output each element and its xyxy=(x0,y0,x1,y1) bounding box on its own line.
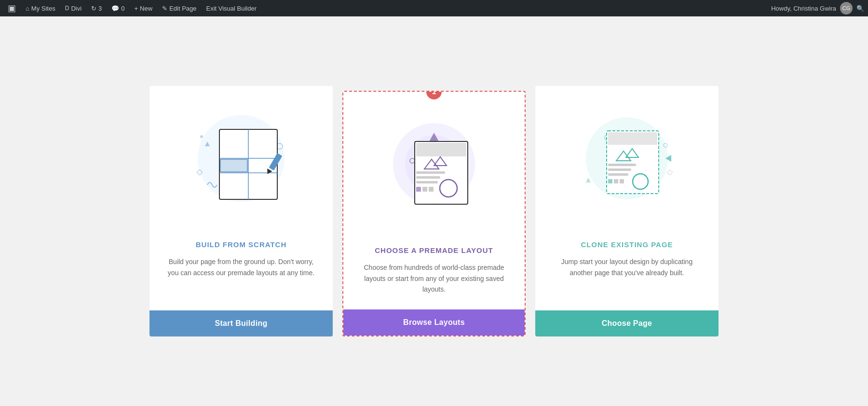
svg-rect-29 xyxy=(422,187,427,192)
new-icon: + xyxy=(135,5,138,12)
card-illustration-scratch xyxy=(149,86,333,231)
wp-logo-link[interactable]: ▣ xyxy=(4,0,20,16)
card-illustration-clone xyxy=(535,86,719,231)
exit-builder-label: Exit Visual Builder xyxy=(206,5,257,12)
topbar-left: ▣ ⌂ My Sites D Divi ↻ 3 💬 0 + New ✎ Edit… xyxy=(4,0,260,16)
updates-link[interactable]: ↻ 3 xyxy=(87,0,106,16)
svg-rect-26 xyxy=(416,181,438,183)
card-body-clone: CLONE EXISTING PAGE Jump start your layo… xyxy=(535,231,719,310)
edit-icon: ✎ xyxy=(162,5,167,12)
svg-rect-21 xyxy=(416,143,466,156)
topbar: ▣ ⌂ My Sites D Divi ↻ 3 💬 0 + New ✎ Edit… xyxy=(0,0,868,16)
svg-rect-46 xyxy=(614,179,618,183)
divi-link[interactable]: D Divi xyxy=(61,0,85,16)
svg-rect-47 xyxy=(620,179,624,183)
user-greeting: Howdy, Christina Gwira xyxy=(771,5,836,12)
updates-count: 3 xyxy=(98,5,102,12)
badge-number: 1 xyxy=(432,91,436,96)
card-desc-premade: Choose from hundreds of world-class prem… xyxy=(358,262,510,294)
divi-icon: D xyxy=(65,5,69,12)
svg-rect-34 xyxy=(667,170,672,175)
edit-page-label: Edit Page xyxy=(169,5,196,12)
new-link[interactable]: + New xyxy=(131,0,157,16)
card-illustration-premade xyxy=(343,92,525,237)
divi-label: Divi xyxy=(71,5,81,12)
start-building-button[interactable]: Start Building xyxy=(149,310,333,336)
card-clone-page: CLONE EXISTING PAGE Jump start your layo… xyxy=(535,86,719,336)
svg-rect-42 xyxy=(608,168,631,171)
card-desc-clone: Jump start your layout design by duplica… xyxy=(550,256,704,278)
svg-rect-25 xyxy=(416,176,440,179)
choose-page-button[interactable]: Choose Page xyxy=(535,310,719,336)
comments-icon: 💬 xyxy=(111,5,119,12)
cards-container: BUILD FROM SCRATCH Build your page from … xyxy=(145,86,723,336)
svg-rect-38 xyxy=(608,132,657,145)
search-icon[interactable]: 🔍 xyxy=(856,5,864,12)
card-premade-layout: 1 xyxy=(342,91,526,336)
card-title-premade: CHOOSE A PREMADE LAYOUT xyxy=(358,246,510,254)
updates-icon: ↻ xyxy=(91,5,96,12)
svg-rect-43 xyxy=(608,173,628,176)
edit-page-link[interactable]: ✎ Edit Page xyxy=(158,0,200,16)
topbar-right: Howdy, Christina Gwira CG 🔍 xyxy=(771,2,864,14)
wp-logo-icon: ▣ xyxy=(8,3,16,14)
card-build-from-scratch: BUILD FROM SCRATCH Build your page from … xyxy=(149,86,333,336)
card-title-clone: CLONE EXISTING PAGE xyxy=(550,240,704,249)
card-body-scratch: BUILD FROM SCRATCH Build your page from … xyxy=(149,231,333,310)
comments-link[interactable]: 💬 0 xyxy=(108,0,128,16)
svg-rect-24 xyxy=(416,171,445,174)
svg-rect-41 xyxy=(608,164,636,166)
main-content: BUILD FROM SCRATCH Build your page from … xyxy=(0,16,868,406)
card-title-scratch: BUILD FROM SCRATCH xyxy=(164,240,318,249)
user-avatar[interactable]: CG xyxy=(840,2,853,14)
svg-rect-45 xyxy=(608,179,612,183)
my-sites-icon: ⌂ xyxy=(26,5,29,12)
my-sites-link[interactable]: ⌂ My Sites xyxy=(22,0,59,16)
svg-marker-35 xyxy=(586,178,591,182)
browse-layouts-button[interactable]: Browse Layouts xyxy=(343,309,525,336)
svg-rect-9 xyxy=(220,159,247,172)
svg-rect-30 xyxy=(429,187,434,192)
card-desc-scratch: Build your page from the ground up. Don'… xyxy=(164,256,318,278)
svg-rect-28 xyxy=(416,187,421,192)
card-body-premade: CHOOSE A PREMADE LAYOUT Choose from hund… xyxy=(343,237,525,309)
new-label: New xyxy=(140,5,152,12)
exit-builder-link[interactable]: Exit Visual Builder xyxy=(203,0,261,16)
comments-count: 0 xyxy=(121,5,124,12)
svg-point-4 xyxy=(200,135,203,138)
my-sites-label: My Sites xyxy=(31,5,55,12)
